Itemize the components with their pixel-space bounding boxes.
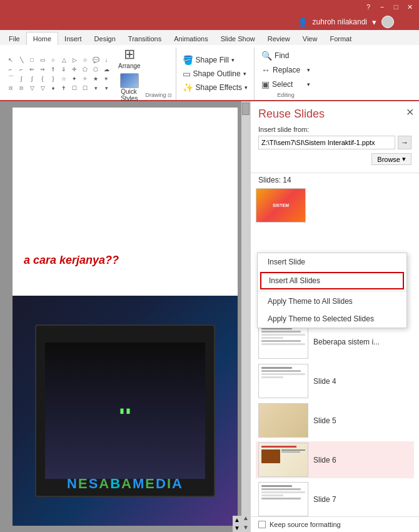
shape-effects-button[interactable]: ✨ Shape Effects ▾ (181, 82, 250, 93)
shape-star[interactable]: ☆ (81, 56, 89, 64)
help-btn[interactable]: ? (361, 1, 375, 13)
tab-transitions[interactable]: Transitions (122, 33, 168, 45)
slide-item-1[interactable]: SISTEM (256, 188, 414, 223)
shape-effects-group: 🪣 Shape Fill ▾ ▭ Shape Outline ▾ ✨ Shape… (176, 48, 255, 100)
path-arrow-button[interactable]: → (398, 136, 411, 149)
shape-r4-7[interactable]: ☐ (70, 84, 79, 93)
shape-round-rect[interactable]: ▭ (38, 56, 47, 64)
shape-fill-button[interactable]: 🪣 Shape Fill ▾ (181, 54, 250, 66)
shape-callout[interactable]: 💬 (91, 56, 100, 64)
slide-thumb-lines-7 (259, 483, 308, 503)
shape-cursor[interactable]: ↖ (6, 56, 15, 64)
tab-slideshow[interactable]: Slide Show (215, 33, 261, 45)
shape-r3-7[interactable]: ✦ (70, 74, 79, 83)
shape-line[interactable]: ╲ (17, 56, 26, 64)
shape-r4-4[interactable]: ▽ (38, 84, 47, 93)
tab-insert[interactable]: Insert (58, 33, 88, 45)
shape-r3-8[interactable]: ✧ (81, 74, 89, 83)
shape-l[interactable]: ⌐ (6, 65, 15, 74)
shape-rect[interactable]: □ (28, 56, 36, 64)
shape-right-arrow[interactable]: ▷ (70, 56, 79, 64)
watermark-letter-a2: A (172, 476, 183, 491)
select-caret[interactable]: ▾ (307, 81, 310, 88)
slide-item-6[interactable]: Slide 6 (256, 441, 414, 478)
tab-design[interactable]: Design (88, 33, 122, 45)
shape-r4-9[interactable]: ▾ (91, 84, 100, 93)
shape-outline-label: Shape Outline (193, 69, 241, 78)
ctx-apply-theme-all[interactable]: Apply Theme to All Slides (258, 293, 406, 310)
arrange-button[interactable]: ⊞ Arrange (114, 45, 144, 71)
scroll-up-btn[interactable]: ▲ (233, 516, 241, 524)
shape-r4-6[interactable]: ✝ (59, 84, 68, 93)
select-button[interactable]: ▣ Select ▾ (260, 78, 312, 91)
shape-outline-button[interactable]: ▭ Shape Outline ▾ (181, 68, 250, 79)
path-input[interactable] (258, 136, 395, 149)
shape-cloud[interactable]: ☁ (102, 65, 111, 74)
shape-r4-1[interactable]: ⛭ (6, 84, 15, 93)
thumb-line (261, 340, 301, 342)
minimize-btn[interactable]: − (375, 1, 389, 13)
tab-animations[interactable]: Animations (168, 33, 214, 45)
tab-review[interactable]: Review (261, 33, 296, 45)
ctx-insert-slide[interactable]: Insert Slide (258, 253, 406, 271)
thumb-line (261, 494, 283, 496)
shape-r3-5[interactable]: } (49, 74, 58, 83)
bottom-scroll[interactable]: ▲ ▼ (233, 516, 241, 532)
quick-styles-button[interactable]: QuickStyles (114, 72, 144, 103)
effects-caret[interactable]: ▾ (245, 84, 248, 91)
shape-hex[interactable]: ⬡ (91, 65, 100, 74)
tab-view[interactable]: View (296, 33, 324, 45)
shape-r4-8[interactable]: ☐ (81, 84, 89, 93)
shape-triangle[interactable]: △ (59, 56, 68, 64)
find-button[interactable]: 🔍 Find (260, 49, 312, 62)
shape-pentagon[interactable]: ⬠ (81, 65, 89, 74)
shape-4way[interactable]: ✛ (70, 65, 79, 74)
shape-down-b[interactable]: ⇓ (59, 65, 68, 74)
maximize-btn[interactable]: □ (389, 1, 403, 13)
insert-label: Insert slide from: (258, 126, 411, 133)
slide-label-7: Slide 7 (313, 495, 336, 504)
username-label: zuhroh nilakandi (313, 18, 367, 26)
reuse-close-button[interactable]: ✕ (406, 106, 414, 118)
replace-caret[interactable]: ▾ (307, 67, 310, 73)
shape-down-arrow[interactable]: ↓ (102, 56, 111, 64)
shape-r3-10[interactable]: ✶ (102, 74, 111, 83)
shape-r3-1[interactable]: ⌒ (6, 74, 15, 83)
slide-item-beberapa[interactable]: Beberapa sistem i... (256, 323, 414, 360)
shape-r3-3[interactable]: ∫ (28, 74, 36, 83)
shape-r4-2[interactable]: ⛭ (17, 84, 26, 93)
thumb-line (261, 367, 292, 369)
fill-caret[interactable]: ▾ (231, 57, 235, 63)
slide-scrollbar[interactable]: ▲ ▼ (241, 101, 250, 532)
browse-label: Browse (377, 156, 400, 163)
shape-r4-10[interactable]: ▾ (102, 84, 111, 93)
slide-item-7[interactable]: Slide 7 (256, 481, 414, 516)
drawing-expand-icon[interactable]: ⊡ (168, 93, 172, 98)
tab-home[interactable]: Home (26, 32, 58, 45)
scroll-down-btn[interactable]: ▼ (233, 524, 241, 532)
tab-format[interactable]: Format (323, 33, 358, 45)
replace-button[interactable]: ↔ Replace ▾ (260, 64, 312, 76)
slide-item-4[interactable]: Slide 4 (256, 363, 414, 399)
shape-left-arrow-b[interactable]: ⇐ (28, 65, 36, 74)
slide-item-5[interactable]: Slide 5 (256, 402, 414, 439)
editing-content: 🔍 Find ↔ Replace ▾ ▣ Select ▾ (260, 48, 312, 92)
shape-r3-4[interactable]: { (38, 74, 47, 83)
shape-r3-2[interactable]: ∫ (17, 74, 26, 83)
shape-right-arrow-b[interactable]: ⇒ (38, 65, 47, 74)
browse-button[interactable]: Browse ▾ (371, 153, 411, 165)
shape-up-b[interactable]: ⇑ (49, 65, 58, 74)
ctx-insert-all-slides[interactable]: Insert All Slides (260, 272, 404, 289)
keep-source-checkbox[interactable] (258, 521, 266, 528)
outline-caret[interactable]: ▾ (243, 71, 246, 77)
shape-r4-5[interactable]: ♦ (49, 84, 58, 93)
dropdown-icon[interactable]: ▾ (372, 18, 376, 27)
shape-oval[interactable]: ○ (49, 56, 58, 64)
shape-r3-6[interactable]: ☆ (59, 74, 68, 83)
shape-r3-9[interactable]: ★ (91, 74, 100, 83)
close-btn[interactable]: ✕ (403, 1, 416, 13)
ctx-apply-theme-selected[interactable]: Apply Theme to Selected Slides (258, 310, 406, 328)
shape-r4-3[interactable]: ▽ (28, 84, 36, 93)
shape-bend[interactable]: ⌐ (17, 65, 26, 74)
tab-file[interactable]: File (3, 33, 26, 45)
